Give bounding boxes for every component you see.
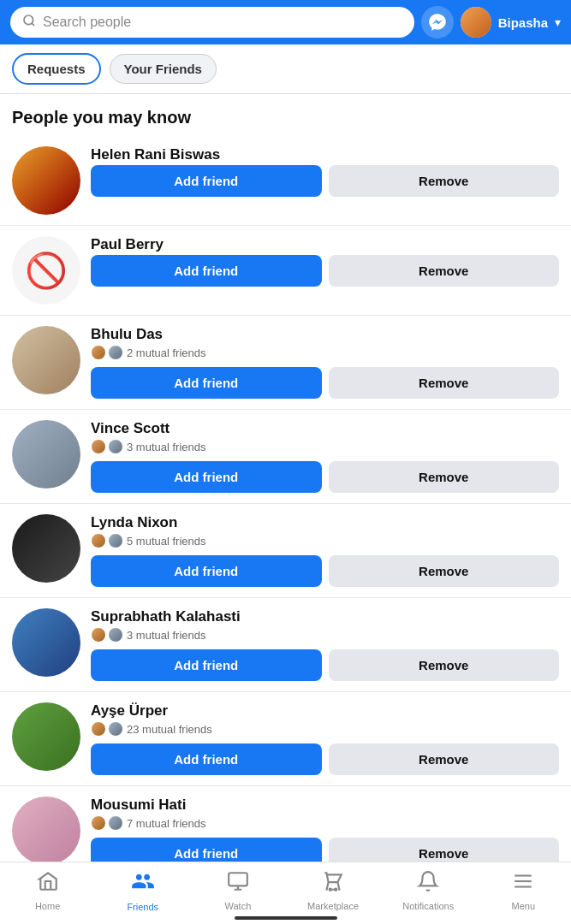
nav-marketplace-label: Marketplace (307, 901, 359, 911)
nav-menu-label: Menu (512, 901, 536, 911)
mutual-count-text: 7 mutual friends (127, 817, 206, 830)
nav-marketplace[interactable]: Marketplace (307, 870, 359, 911)
add-friend-button[interactable]: Add friend (91, 367, 322, 399)
person-avatar (12, 702, 80, 771)
list-item: Suprabhath Kalahasti3 mutual friendsAdd … (0, 598, 571, 692)
svg-rect-2 (229, 873, 247, 886)
list-item: Lynda Nixon5 mutual friendsAdd friendRem… (0, 504, 571, 598)
card-content: Mousumi Hati7 mutual friendsAdd friendRe… (91, 797, 559, 869)
svg-point-0 (24, 15, 33, 25)
person-avatar (12, 326, 80, 394)
mutual-friends: 23 mutual friends (91, 721, 559, 737)
card-content: Ayşe Ürper23 mutual friendsAdd friendRem… (91, 702, 559, 775)
mutual-count-text: 5 mutual friends (127, 535, 206, 548)
person-avatar (12, 146, 80, 215)
remove-button[interactable]: Remove (329, 555, 560, 587)
watch-icon (227, 870, 249, 897)
user-name: Bipasha (498, 15, 548, 30)
person-name: Vince Scott (91, 420, 559, 437)
person-name: Lynda Nixon (91, 514, 559, 531)
mutual-avatar-small (108, 815, 123, 831)
nav-menu[interactable]: Menu (497, 870, 549, 911)
card-actions: Add friendRemove (91, 743, 559, 775)
mutual-friends: 2 mutual friends (91, 345, 559, 360)
svg-point-3 (330, 889, 331, 891)
nav-notifications[interactable]: Notifications (402, 870, 454, 911)
add-friend-button[interactable]: Add friend (91, 743, 322, 775)
list-item: Vince Scott3 mutual friendsAdd friendRem… (0, 410, 571, 504)
mutual-avatar-small (108, 345, 123, 360)
svg-line-1 (32, 23, 34, 26)
nav-watch-label: Watch (225, 901, 252, 911)
person-avatar (12, 514, 80, 583)
content-area: People you may know Helen Rani BiswasAdd… (0, 94, 571, 880)
messenger-button[interactable] (421, 6, 454, 38)
notifications-icon (417, 870, 439, 897)
remove-button[interactable]: Remove (329, 165, 560, 197)
nav-watch[interactable]: Watch (212, 870, 264, 911)
person-avatar: 🚫 (12, 236, 80, 305)
svg-point-4 (335, 889, 336, 891)
mutual-friends: 5 mutual friends (91, 533, 559, 548)
mutual-count-text: 2 mutual friends (127, 346, 206, 359)
tab-requests[interactable]: Requests (12, 53, 101, 85)
mutual-friends: 3 mutual friends (91, 439, 559, 454)
card-actions: Add friendRemove (91, 367, 559, 399)
person-name: Paul Berry (91, 236, 559, 253)
nav-home[interactable]: Home (22, 870, 74, 911)
nav-notifications-label: Notifications (402, 901, 454, 911)
card-content: Lynda Nixon5 mutual friendsAdd friendRem… (91, 514, 559, 587)
mutual-count-text: 3 mutual friends (127, 441, 206, 453)
nav-friends[interactable]: Friends (117, 869, 169, 912)
add-friend-button[interactable]: Add friend (91, 165, 322, 197)
person-name: Mousumi Hati (91, 797, 559, 814)
card-actions: Add friendRemove (91, 255, 559, 287)
bottom-nav: Home Friends Watch Marketplace (0, 862, 571, 924)
mutual-avatar-small (91, 721, 106, 737)
card-actions: Add friendRemove (91, 461, 559, 493)
nav-friends-label: Friends (127, 902, 158, 912)
avatar[interactable] (461, 7, 491, 38)
card-content: Helen Rani BiswasAdd friendRemove (91, 146, 559, 197)
section-title: People you may know (0, 94, 571, 136)
friends-icon (131, 869, 155, 898)
mutual-avatar-small (91, 345, 106, 360)
card-actions: Add friendRemove (91, 165, 559, 197)
add-friend-button[interactable]: Add friend (91, 461, 322, 493)
person-avatar (12, 420, 80, 489)
mutual-avatar-small (108, 533, 123, 548)
remove-button[interactable]: Remove (329, 649, 560, 681)
mutual-friends: 7 mutual friends (91, 815, 559, 831)
home-icon (37, 870, 59, 897)
remove-button[interactable]: Remove (329, 255, 560, 287)
mutual-avatar-small (108, 439, 123, 454)
marketplace-icon (322, 870, 344, 897)
person-name: Bhulu Das (91, 326, 559, 343)
header-right: Bipasha ▾ (421, 6, 561, 38)
add-friend-button[interactable]: Add friend (91, 555, 322, 587)
tab-your-friends[interactable]: Your Friends (110, 54, 217, 84)
card-content: Vince Scott3 mutual friendsAdd friendRem… (91, 420, 559, 493)
mutual-avatar-small (91, 533, 106, 548)
mutual-avatar-small (108, 627, 123, 643)
mutual-avatar-small (91, 439, 106, 454)
card-content: Suprabhath Kalahasti3 mutual friendsAdd … (91, 608, 559, 681)
mutual-avatar-small (91, 627, 106, 643)
card-actions: Add friendRemove (91, 649, 559, 681)
remove-button[interactable]: Remove (329, 367, 560, 399)
search-bar[interactable]: Search people (10, 7, 414, 38)
add-friend-button[interactable]: Add friend (91, 649, 322, 681)
remove-button[interactable]: Remove (329, 461, 560, 493)
list-item: Bhulu Das2 mutual friendsAdd friendRemov… (0, 316, 571, 410)
person-avatar (12, 608, 80, 677)
mutual-friends: 3 mutual friends (91, 627, 559, 643)
add-friend-button[interactable]: Add friend (91, 255, 322, 287)
remove-button[interactable]: Remove (329, 743, 560, 775)
chevron-down-icon[interactable]: ▾ (555, 15, 561, 29)
mutual-count-text: 3 mutual friends (127, 629, 206, 642)
tab-row: Requests Your Friends (0, 44, 571, 94)
person-avatar (12, 797, 80, 865)
list-item: Ayşe Ürper23 mutual friendsAdd friendRem… (0, 692, 571, 786)
mutual-avatar-small (108, 721, 123, 737)
person-name: Helen Rani Biswas (91, 146, 559, 163)
